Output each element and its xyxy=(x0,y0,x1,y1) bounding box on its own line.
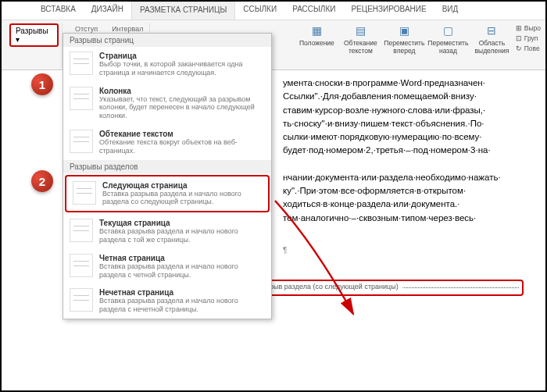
dd-item-page[interactable]: СтраницаВыбор точки, в которой заканчива… xyxy=(63,47,271,82)
send-backward-button[interactable]: ▢Переместить назад xyxy=(428,23,467,55)
dd-item-column[interactable]: КолонкаУказывает, что текст, следующий з… xyxy=(63,82,271,125)
callout-2: 2 xyxy=(31,170,53,192)
dd-item-even-page[interactable]: Четная страницаВставка разрыва раздела и… xyxy=(63,249,271,284)
position-icon: ▦ xyxy=(309,23,324,37)
even-page-break-icon xyxy=(70,254,93,277)
selection-pane-button[interactable]: ⊟Область выделения xyxy=(472,23,511,55)
dd-section-page-breaks: Разрывы страниц xyxy=(63,34,271,47)
forward-icon: ▣ xyxy=(397,23,411,37)
dd-item-continuous[interactable]: Текущая страницаВставка разрыва раздела … xyxy=(63,214,271,249)
callout-1: 1 xyxy=(31,73,53,95)
next-page-break-icon xyxy=(73,181,96,205)
section-break-label: Разрыв раздела (со следующей страницы) xyxy=(253,283,402,290)
dd-item-odd-page[interactable]: Нечетная страницаВставка разрыва раздела… xyxy=(63,283,271,319)
tab-design[interactable]: ДИЗАЙН xyxy=(84,2,131,20)
breaks-dropdown: Разрывы страниц СтраницаВыбор точки, в к… xyxy=(63,33,272,319)
tab-references[interactable]: ССЫЛКИ xyxy=(235,2,284,20)
page-break-icon xyxy=(70,52,93,75)
tab-page-layout[interactable]: РАЗМЕТКА СТРАНИЦЫ xyxy=(131,2,235,20)
wrap-text-button[interactable]: ▤Обтекание текстом xyxy=(341,23,380,55)
wrap-icon: ▤ xyxy=(353,23,367,37)
tab-view[interactable]: ВИД xyxy=(434,2,467,20)
interval-label: Интервал xyxy=(112,25,146,33)
position-button[interactable]: ▦Положение xyxy=(297,23,336,47)
dd-item-next-page[interactable]: Следующая страницаВставка разрыва раздел… xyxy=(65,175,270,213)
rotate-button[interactable]: ↻ Пове xyxy=(516,44,541,54)
textwrap-break-icon xyxy=(70,130,93,153)
align-button[interactable]: ⊞ Выро xyxy=(516,23,541,34)
paragraph-mark-icon: ¶ xyxy=(283,246,287,255)
breaks-button[interactable]: Разрывы ▾ xyxy=(9,23,59,47)
ribbon-tabs: ВСТАВКА ДИЗАЙН РАЗМЕТКА СТРАНИЦЫ ССЫЛКИ … xyxy=(2,2,545,20)
dd-item-text-wrap[interactable]: Обтекание текстомОбтекание текста вокруг… xyxy=(63,125,271,160)
dd-section-section-breaks: Разрывы разделов xyxy=(63,160,271,173)
tab-review[interactable]: РЕЦЕНЗИРОВАНИЕ xyxy=(343,2,434,20)
indent-label: Отступ xyxy=(75,25,98,33)
selection-icon: ⊟ xyxy=(484,23,499,37)
group-button[interactable]: ⊡ Груп xyxy=(516,34,541,44)
tab-insert[interactable]: ВСТАВКА xyxy=(33,2,84,20)
column-break-icon xyxy=(70,87,93,110)
odd-page-break-icon xyxy=(70,288,93,312)
backward-icon: ▢ xyxy=(441,23,455,37)
bring-forward-button[interactable]: ▣Переместить вперед xyxy=(384,23,424,55)
continuous-break-icon xyxy=(70,219,93,242)
tab-mailings[interactable]: РАССЫЛКИ xyxy=(284,2,343,20)
